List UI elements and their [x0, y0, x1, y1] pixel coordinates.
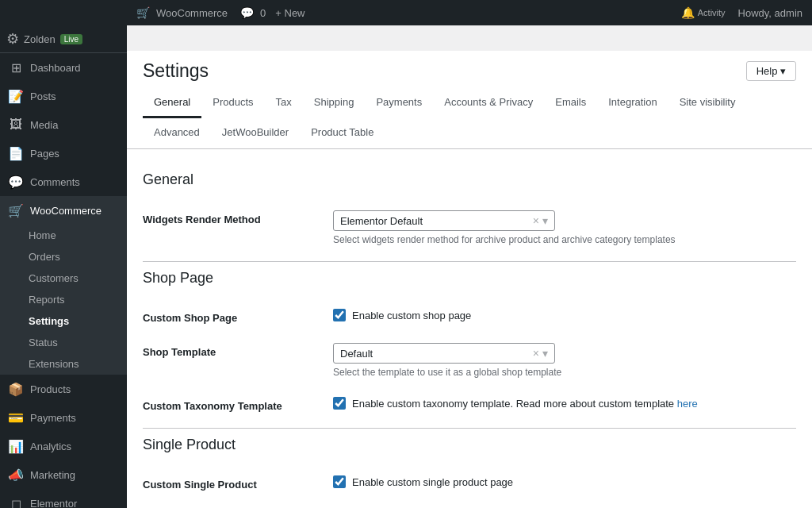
posts-label: Posts — [30, 90, 56, 102]
custom-taxonomy-link[interactable]: here — [677, 398, 698, 410]
tab-general[interactable]: General — [143, 88, 201, 118]
dashboard-icon: ⊞ — [8, 60, 24, 75]
woo-reports[interactable]: Reports — [0, 289, 127, 310]
custom-shop-page-check-label: Enable custom shop page — [352, 310, 471, 321]
widgets-render-help: Select widgets render method for archive… — [333, 234, 796, 245]
tab-shipping[interactable]: Shipping — [303, 88, 366, 118]
media-label: Media — [30, 119, 58, 131]
activity-label: Activity — [698, 8, 726, 17]
woo-status[interactable]: Status — [0, 332, 127, 353]
shop-template-value: Default — [340, 348, 533, 360]
comments-icon: 💬 — [8, 174, 24, 190]
shop-template-row: Shop Template Default × ▾ Select the tem… — [143, 333, 796, 387]
sidebar-item-elementor[interactable]: ◻ Elementor — [0, 489, 127, 508]
top-admin-bar: 🛒 WooCommerce 💬 0 + New 🔔 Activity Howdy… — [127, 0, 812, 25]
payments-label: Payments — [30, 412, 76, 424]
sidebar-item-products[interactable]: 📦 Products — [0, 375, 127, 403]
sidebar-item-marketing[interactable]: 📣 Marketing — [0, 460, 127, 489]
sidebar-item-media[interactable]: 🖼 Media — [0, 110, 127, 139]
sidebar-menu: ⊞ Dashboard 📝 Posts 🖼 Media 📄 Pages 💬 Co… — [0, 53, 127, 225]
custom-shop-page-label: Custom Shop Page — [143, 309, 317, 324]
single-product-template-row: Single Product Template Default × ▾ Sele… — [143, 500, 796, 508]
pages-label: Pages — [30, 148, 59, 160]
elementor-icon: ◻ — [8, 495, 24, 508]
marketing-label: Marketing — [30, 469, 75, 481]
shop-template-help: Select the template to use it as a globa… — [333, 367, 796, 378]
woo-customers[interactable]: Customers — [0, 267, 127, 289]
tab-jetwoobuilder[interactable]: JetWooBuilder — [211, 118, 300, 148]
sidebar-item-woocommerce[interactable]: 🛒 WooCommerce — [0, 196, 127, 225]
tab-tax[interactable]: Tax — [265, 88, 303, 118]
sidebar-separator-menu: ◻ Elementor ◻ Templates ◻ Crocoblock — [0, 489, 127, 508]
custom-taxonomy-row: Custom Taxonomy Template Enable custom t… — [143, 387, 796, 421]
shop-page-heading: Shop Page — [143, 261, 796, 299]
tab-integration[interactable]: Integration — [597, 88, 668, 118]
admin-bar-comments-count: 0 — [260, 7, 266, 19]
activity-icon[interactable]: 🔔 — [681, 6, 695, 19]
shop-template-clear-icon[interactable]: × — [533, 347, 539, 360]
woocommerce-label: WooCommerce — [30, 205, 102, 217]
products-label: Products — [30, 383, 71, 395]
pages-icon: 📄 — [8, 145, 24, 161]
custom-shop-page-row: Custom Shop Page Enable custom shop page — [143, 299, 796, 333]
admin-bar-woo-label[interactable]: WooCommerce — [156, 7, 228, 19]
custom-taxonomy-label: Custom Taxonomy Template — [143, 397, 317, 412]
products-icon: 📦 — [8, 381, 24, 397]
tab-site-visibility[interactable]: Site visibility — [668, 88, 747, 118]
activity-button[interactable]: Activity — [698, 8, 726, 17]
select-clear-icon[interactable]: × — [533, 214, 539, 227]
admin-bar-comments-icon: 💬 — [240, 6, 254, 19]
shop-template-control: Default × ▾ Select the template to use i… — [333, 343, 796, 378]
custom-shop-page-checkbox[interactable] — [333, 309, 346, 321]
woo-home[interactable]: Home — [0, 225, 127, 246]
admin-bar-new[interactable]: + New — [275, 7, 304, 19]
admin-bar-right: 🔔 Activity Howdy, admin — [681, 6, 802, 19]
page-header: Settings Help ▾ GeneralProductsTaxShippi… — [127, 51, 812, 149]
main-content: 🛒 WooCommerce 💬 0 + New 🔔 Activity Howdy… — [127, 0, 812, 508]
woo-orders[interactable]: Orders — [0, 246, 127, 267]
woo-submenu: Home Orders Customers Reports Settings S… — [0, 225, 127, 375]
tab-products[interactable]: Products — [201, 88, 264, 118]
woo-settings[interactable]: Settings — [0, 310, 127, 332]
custom-single-product-check-label: Enable custom single product page — [352, 476, 513, 488]
tab-advanced[interactable]: Advanced — [143, 118, 211, 148]
woo-extensions[interactable]: Extensions — [0, 353, 127, 375]
analytics-icon: 📊 — [8, 438, 24, 454]
custom-single-product-label: Custom Single Product — [143, 475, 317, 491]
header-actions: Help ▾ — [746, 61, 796, 81]
live-badge: Live — [60, 34, 82, 44]
widgets-render-label: Widgets Render Method — [143, 210, 317, 225]
sidebar-item-pages[interactable]: 📄 Pages — [0, 139, 127, 167]
tab-accounts-privacy[interactable]: Accounts & Privacy — [433, 88, 544, 118]
marketing-icon: 📣 — [8, 467, 24, 483]
tab-emails[interactable]: Emails — [544, 88, 597, 118]
custom-single-product-row: Custom Single Product Enable custom sing… — [143, 466, 796, 500]
custom-single-product-checkbox[interactable] — [333, 475, 346, 488]
comments-label: Comments — [30, 176, 80, 188]
wp-logo-icon: ⚙ — [6, 30, 19, 48]
shop-template-select[interactable]: Default × ▾ — [333, 343, 555, 364]
tab-product-table[interactable]: Product Table — [300, 118, 385, 148]
woocommerce-icon: 🛒 — [8, 202, 24, 218]
general-heading: General — [143, 165, 796, 201]
select-arrow-icon: ▾ — [542, 214, 548, 227]
sidebar: ⚙ Zolden Live ⊞ Dashboard 📝 Posts 🖼 Medi… — [0, 0, 127, 508]
sidebar-item-comments[interactable]: 💬 Comments — [0, 167, 127, 196]
dashboard-label: Dashboard — [30, 62, 81, 74]
sidebar-item-posts[interactable]: 📝 Posts — [0, 82, 127, 110]
sidebar-item-dashboard[interactable]: ⊞ Dashboard — [0, 53, 127, 82]
custom-taxonomy-checkbox[interactable] — [333, 397, 346, 410]
settings-tabs: GeneralProductsTaxShippingPaymentsAccoun… — [143, 88, 796, 148]
tab-payments[interactable]: Payments — [365, 88, 433, 118]
elementor-label: Elementor — [30, 498, 77, 509]
site-name[interactable]: Zolden — [24, 33, 56, 45]
sidebar-item-payments[interactable]: 💳 Payments — [0, 403, 127, 432]
page-title: Settings — [143, 60, 209, 82]
sidebar-other-menu: 📦 Products 💳 Payments 📊 Analytics 📣 Mark… — [0, 375, 127, 489]
admin-bar-woo-icon: 🛒 — [136, 6, 150, 19]
help-button[interactable]: Help ▾ — [746, 61, 796, 81]
howdy-text: Howdy, admin — [738, 7, 802, 19]
widgets-render-select[interactable]: Elementor Default × ▾ — [333, 210, 555, 231]
custom-shop-page-control: Enable custom shop page — [333, 309, 796, 321]
sidebar-item-analytics[interactable]: 📊 Analytics — [0, 432, 127, 460]
